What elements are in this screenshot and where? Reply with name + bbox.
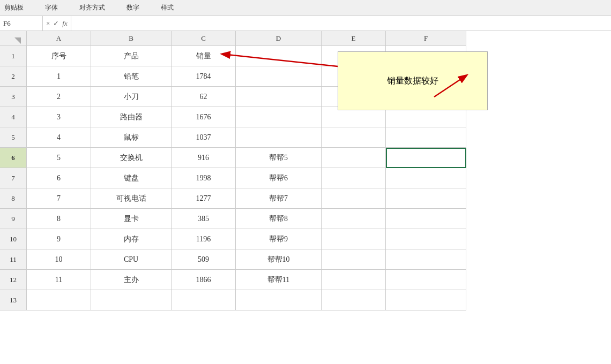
data-row-5: 4鼠标1037 (27, 127, 611, 148)
cell-A11[interactable]: 10 (27, 249, 91, 270)
cell-D1[interactable] (236, 46, 322, 66)
cell-E6[interactable] (322, 148, 386, 168)
insert-function-icon[interactable]: fx (62, 19, 67, 28)
cell-A4[interactable]: 3 (27, 107, 91, 127)
cell-B2[interactable]: 铅笔 (91, 66, 172, 87)
col-header-a[interactable]: A (27, 31, 91, 46)
row-num-1[interactable]: 1 (0, 46, 27, 66)
cell-D6[interactable]: 帮帮5 (236, 148, 322, 168)
cell-C4[interactable]: 1676 (172, 107, 236, 127)
cell-E8[interactable] (322, 188, 386, 209)
cell-B5[interactable]: 鼠标 (91, 127, 172, 148)
cell-C13[interactable] (172, 290, 236, 310)
cell-C5[interactable]: 1037 (172, 127, 236, 148)
cell-F5[interactable] (386, 127, 466, 148)
cell-A6[interactable]: 5 (27, 148, 91, 168)
cell-B6[interactable]: 交换机 (91, 148, 172, 168)
row-num-5[interactable]: 5 (0, 127, 27, 148)
col-header-d[interactable]: D (236, 31, 322, 46)
cell-D3[interactable] (236, 87, 322, 107)
cell-C7[interactable]: 1998 (172, 168, 236, 188)
cell-B8[interactable]: 可视电话 (91, 188, 172, 209)
cell-F13[interactable] (386, 290, 466, 310)
row-num-13[interactable]: 13 (0, 290, 27, 310)
row-num-10[interactable]: 10 (0, 229, 27, 249)
cell-D9[interactable]: 帮帮8 (236, 209, 322, 229)
cell-C10[interactable]: 1196 (172, 229, 236, 249)
row-num-2[interactable]: 2 (0, 66, 27, 87)
cell-F11[interactable] (386, 249, 466, 270)
cell-B1[interactable]: 产品 (91, 46, 172, 66)
col-header-c[interactable]: C (172, 31, 236, 46)
cell-F10[interactable] (386, 229, 466, 249)
confirm-formula-icon[interactable]: ✓ (53, 19, 59, 28)
cell-B12[interactable]: 主办 (91, 270, 172, 290)
cell-A10[interactable]: 9 (27, 229, 91, 249)
cell-B3[interactable]: 小刀 (91, 87, 172, 107)
col-header-e[interactable]: E (322, 31, 386, 46)
cancel-formula-icon[interactable]: × (46, 19, 50, 28)
cell-D4[interactable] (236, 107, 322, 127)
data-row-13 (27, 290, 611, 310)
cell-D2[interactable] (236, 66, 322, 87)
cell-E10[interactable] (322, 229, 386, 249)
row-num-9[interactable]: 9 (0, 209, 27, 229)
row-num-12[interactable]: 12 (0, 270, 27, 290)
cell-A8[interactable]: 7 (27, 188, 91, 209)
cell-E9[interactable] (322, 209, 386, 229)
cell-F9[interactable] (386, 209, 466, 229)
cell-E12[interactable] (322, 270, 386, 290)
cell-C11[interactable]: 509 (172, 249, 236, 270)
cell-D13[interactable] (236, 290, 322, 310)
cell-C2[interactable]: 1784 (172, 66, 236, 87)
cell-B7[interactable]: 键盘 (91, 168, 172, 188)
cell-A5[interactable]: 4 (27, 127, 91, 148)
cell-C6[interactable]: 916 (172, 148, 236, 168)
cell-D11[interactable]: 帮帮10 (236, 249, 322, 270)
cell-E11[interactable] (322, 249, 386, 270)
cell-A1[interactable]: 序号 (27, 46, 91, 66)
cell-E5[interactable] (322, 127, 386, 148)
cell-F8[interactable] (386, 188, 466, 209)
cell-D12[interactable]: 帮帮11 (236, 270, 322, 290)
row-num-8[interactable]: 8 (0, 188, 27, 209)
cell-F7[interactable] (386, 168, 466, 188)
cell-C9[interactable]: 385 (172, 209, 236, 229)
cell-C3[interactable]: 62 (172, 87, 236, 107)
cell-B4[interactable]: 路由器 (91, 107, 172, 127)
row-num-3[interactable]: 3 (0, 87, 27, 107)
cell-D10[interactable]: 帮帮9 (236, 229, 322, 249)
cell-A12[interactable]: 11 (27, 270, 91, 290)
row-num-7[interactable]: 7 (0, 168, 27, 188)
cell-D7[interactable]: 帮帮6 (236, 168, 322, 188)
col-header-b[interactable]: B (91, 31, 172, 46)
cell-D5[interactable] (236, 127, 322, 148)
cell-E7[interactable] (322, 168, 386, 188)
cell-C12[interactable]: 1866 (172, 270, 236, 290)
cell-A3[interactable]: 2 (27, 87, 91, 107)
cell-C1[interactable]: 销量 (172, 46, 236, 66)
cell-A2[interactable]: 1 (27, 66, 91, 87)
data-row-8: 7可视电话1277帮帮7 (27, 188, 611, 209)
row-num-6[interactable]: 6 (0, 148, 27, 168)
cell-A7[interactable]: 6 (27, 168, 91, 188)
toolbar-font: 字体 (45, 3, 58, 12)
col-header-f[interactable]: F (386, 31, 466, 46)
cell-D8[interactable]: 帮帮7 (236, 188, 322, 209)
cell-reference-box[interactable]: F6 (0, 16, 43, 31)
row-num-11[interactable]: 11 (0, 249, 27, 270)
cell-F12[interactable] (386, 270, 466, 290)
cell-C8[interactable]: 1277 (172, 188, 236, 209)
cell-A13[interactable] (27, 290, 91, 310)
formula-input[interactable] (71, 16, 611, 31)
row-num-4[interactable]: 4 (0, 107, 27, 127)
cell-A9[interactable]: 8 (27, 209, 91, 229)
data-row-1: 序号产品销量 (27, 46, 611, 66)
cell-B10[interactable]: 内存 (91, 229, 172, 249)
cell-B13[interactable] (91, 290, 172, 310)
cell-F6[interactable] (386, 148, 466, 168)
cell-B11[interactable]: CPU (91, 249, 172, 270)
cell-E13[interactable] (322, 290, 386, 310)
cell-B9[interactable]: 显卡 (91, 209, 172, 229)
row-num-col: 12345678910111213 (0, 46, 27, 364)
